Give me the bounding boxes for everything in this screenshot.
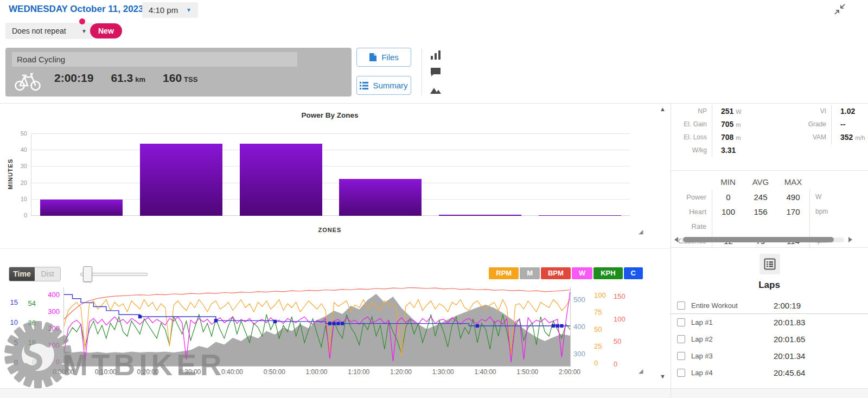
chevron-down-icon: ▼ bbox=[186, 7, 192, 13]
speed-axis-tick: 0 bbox=[19, 358, 36, 366]
laps-title: Laps bbox=[671, 280, 868, 291]
temperature-marker bbox=[336, 322, 340, 325]
lap-row[interactable]: Lap #120:01.83 bbox=[671, 314, 868, 331]
cadence-axis-tick: 0 bbox=[594, 359, 614, 367]
new-badge[interactable]: New bbox=[90, 23, 122, 38]
lap-checkbox[interactable] bbox=[677, 318, 685, 326]
row-label: Power bbox=[673, 190, 712, 204]
series-toggle-buttons: RPMMBPMWKPHC bbox=[489, 267, 643, 279]
unit-label: bpm bbox=[809, 204, 841, 234]
collapse-icon[interactable] bbox=[833, 2, 847, 16]
x-tick-label: 1:30:00 bbox=[424, 368, 462, 376]
divider bbox=[671, 247, 868, 248]
resize-handle-icon[interactable]: ◢ bbox=[639, 368, 643, 375]
x-axis-mode-toggle: Time Dist bbox=[9, 267, 61, 281]
time-dropdown[interactable]: 4:10 pm ▼ bbox=[142, 2, 198, 18]
files-button-label: Files bbox=[381, 53, 399, 62]
toggle-time[interactable]: Time bbox=[9, 267, 35, 281]
cadence-axis-tick: 75 bbox=[594, 308, 614, 316]
laps-view-button[interactable] bbox=[760, 254, 780, 274]
toggle-dist[interactable]: Dist bbox=[35, 267, 60, 281]
comment-icon[interactable] bbox=[430, 67, 441, 77]
summary-button-label: Summary bbox=[373, 81, 407, 90]
y-tick-label: 40 bbox=[13, 146, 27, 153]
stat-label: Grade bbox=[775, 118, 831, 131]
elevation-axis-tick: 300 bbox=[573, 350, 595, 358]
scroll-right-icon[interactable] bbox=[848, 237, 852, 242]
scroll-up-icon[interactable]: ▲ bbox=[660, 106, 666, 112]
speed-axis-tick: 54 bbox=[19, 299, 36, 307]
power-axis-tick: 200 bbox=[36, 324, 60, 332]
date-title[interactable]: WEDNESDAY October 11, 2023 bbox=[9, 4, 144, 15]
lap-time: 20:45.64 bbox=[774, 368, 805, 377]
duration-value: 2:00:19 bbox=[54, 72, 93, 85]
divider bbox=[422, 49, 422, 95]
stat-unit: m bbox=[736, 134, 741, 141]
resize-handle-icon[interactable]: ◢ bbox=[639, 228, 643, 235]
time-dropdown-value: 4:10 pm bbox=[149, 5, 178, 15]
zones-chart-title: Power By Zones bbox=[0, 111, 660, 119]
zone-bar[interactable] bbox=[240, 144, 322, 216]
temperature-marker bbox=[138, 315, 142, 318]
repeat-dropdown[interactable]: Does not repeat ▼ bbox=[5, 23, 93, 39]
lap-row[interactable]: Entire Workout2:00:19 bbox=[671, 297, 868, 314]
series-button-c[interactable]: C bbox=[624, 267, 643, 279]
zones-chart-plot[interactable] bbox=[31, 134, 630, 216]
stat-value bbox=[831, 144, 864, 157]
scroll-down-icon[interactable]: ▼ bbox=[660, 373, 666, 380]
x-tick-label: 1:50:00 bbox=[508, 368, 546, 376]
horizontal-scrollbar-thumb[interactable] bbox=[683, 237, 834, 242]
lap-row[interactable]: Lap #320:01.34 bbox=[671, 348, 868, 364]
footer-strip bbox=[0, 388, 868, 398]
lap-row[interactable]: Lap #420:45.64 bbox=[671, 364, 868, 381]
lap-checkbox[interactable] bbox=[677, 301, 685, 310]
lap-time: 20:01.83 bbox=[774, 318, 805, 327]
chart-icon[interactable] bbox=[430, 50, 442, 60]
lap-checkbox[interactable] bbox=[677, 352, 685, 360]
files-button[interactable]: Files bbox=[356, 48, 411, 67]
lap-checkbox[interactable] bbox=[677, 335, 685, 343]
tss-unit: TSS bbox=[184, 75, 197, 84]
temperature-marker bbox=[214, 319, 218, 322]
workout-detail-page: { "header": {"date": "WEDNESDAY October … bbox=[0, 0, 868, 398]
timeline-chart-plot[interactable] bbox=[63, 287, 571, 367]
stat-label: VAM bbox=[775, 131, 831, 144]
summary-button[interactable]: Summary bbox=[356, 76, 411, 95]
gridline bbox=[31, 166, 630, 166]
zone-bar[interactable] bbox=[339, 179, 422, 216]
lap-row[interactable]: Lap #220:01.65 bbox=[671, 331, 868, 348]
zoom-slider-thumb[interactable] bbox=[83, 266, 92, 282]
heart-rate-axis-tick: 100 bbox=[614, 315, 635, 323]
x-tick-label: 1:40:00 bbox=[467, 368, 505, 376]
zone-bar[interactable] bbox=[140, 144, 222, 216]
temperature-axis-tick: 0 bbox=[1, 358, 18, 367]
lap-name: Lap #2 bbox=[691, 335, 774, 343]
x-tick-label: 1:00:00 bbox=[298, 368, 336, 376]
series-button-w[interactable]: W bbox=[572, 267, 592, 279]
stat-value: 1.02 bbox=[831, 105, 864, 118]
laps-list: Entire Workout2:00:19Lap #120:01.83Lap #… bbox=[671, 297, 868, 381]
zone-bar[interactable] bbox=[40, 200, 123, 216]
stat-label bbox=[775, 144, 831, 157]
mountain-icon[interactable] bbox=[430, 86, 442, 94]
speed-axis-tick: 36 bbox=[19, 319, 36, 327]
series-button-rpm[interactable]: RPM bbox=[489, 267, 519, 279]
stat-unit: m/h bbox=[855, 134, 865, 141]
x-tick-label: 0:00:00 bbox=[44, 368, 82, 376]
tss-value: 160 bbox=[163, 72, 182, 85]
x-tick-label: 0:30:00 bbox=[171, 368, 209, 376]
timeline-chart-svg bbox=[64, 287, 570, 366]
chevron-down-icon: ▼ bbox=[81, 28, 87, 34]
zone-bar[interactable] bbox=[539, 215, 621, 216]
scroll-left-icon[interactable] bbox=[674, 237, 678, 242]
distance-unit: km bbox=[135, 75, 145, 84]
lap-time: 20:01.65 bbox=[774, 335, 805, 344]
lap-checkbox[interactable] bbox=[677, 369, 685, 377]
zone-bar[interactable] bbox=[439, 215, 521, 216]
series-button-m[interactable]: M bbox=[520, 267, 540, 279]
series-button-kph[interactable]: KPH bbox=[593, 267, 622, 279]
speed-axis-tick: 18 bbox=[19, 338, 36, 346]
row-label: Heart Rate bbox=[673, 204, 712, 234]
workout-title-field[interactable]: Road Cycling bbox=[12, 52, 297, 67]
series-button-bpm[interactable]: BPM bbox=[541, 267, 571, 279]
